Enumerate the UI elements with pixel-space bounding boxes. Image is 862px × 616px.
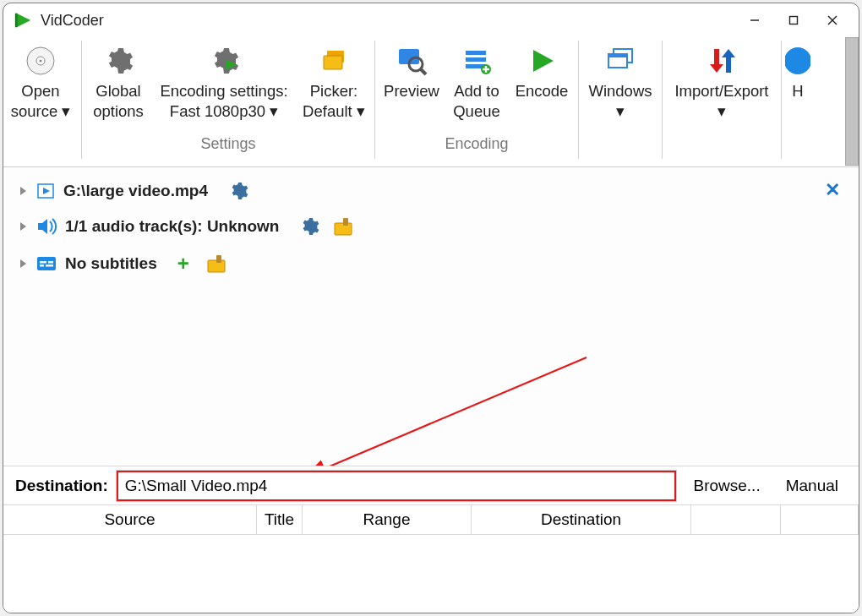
svg-marker-21 [533, 50, 554, 72]
svg-rect-37 [46, 264, 53, 267]
svg-rect-15 [466, 51, 486, 55]
gear-play-icon [209, 42, 239, 79]
svg-marker-30 [38, 219, 47, 234]
column-range[interactable]: Range [303, 505, 472, 534]
toolbar-label: H [792, 81, 803, 101]
preview-button[interactable]: Preview [379, 42, 445, 134]
app-icon [14, 11, 32, 30]
svg-line-14 [421, 69, 426, 74]
svg-rect-36 [40, 264, 44, 267]
separator [781, 41, 782, 159]
toolbar-label: Global options [93, 81, 144, 122]
subtitles-label: No subtitles [65, 254, 157, 273]
encode-button[interactable]: Encode [509, 42, 575, 134]
windows-icon [603, 42, 637, 79]
toolbar-label: Preview [384, 81, 439, 101]
toolbar-label: Encode [516, 81, 569, 101]
column-source[interactable]: Source [3, 505, 257, 534]
svg-rect-35 [48, 261, 53, 264]
app-window: VidCoder Open source ▾ [3, 3, 859, 613]
picker-button[interactable]: Picker: Default ▾ [297, 42, 371, 134]
svg-rect-39 [216, 255, 221, 263]
toolbar-label: Encoding settings: Fast 1080p30 ▾ [160, 81, 287, 122]
toolbar-group-label: Settings [200, 134, 255, 158]
windows-button[interactable]: Windows ▾ [582, 42, 658, 134]
separator [81, 41, 82, 159]
folder-stack-icon [319, 42, 349, 79]
svg-line-41 [308, 357, 586, 466]
close-source-button[interactable]: ✕ [825, 179, 840, 201]
audio-tracks-label: 1/1 audio track(s): Unknown [65, 217, 279, 236]
speaker-icon [36, 217, 57, 236]
add-icon[interactable]: + [177, 252, 189, 275]
destination-label: Destination: [15, 477, 108, 495]
expander-icon[interactable] [20, 222, 26, 231]
close-button[interactable] [813, 7, 852, 34]
svg-rect-11 [324, 56, 342, 69]
toolbar-group-label: Encoding [445, 134, 508, 158]
column-title[interactable]: Title [257, 505, 303, 534]
queue-columns-header: Source Title Range Destination [3, 504, 859, 535]
encoding-settings-button[interactable]: Encoding settings: Fast 1080p30 ▾ [151, 42, 297, 134]
svg-point-8 [39, 59, 41, 62]
folder-clip-icon[interactable] [333, 216, 355, 237]
play-icon [526, 42, 557, 79]
separator [578, 41, 579, 159]
toolbar-label: Windows ▾ [588, 81, 652, 122]
help-button[interactable]: H [785, 42, 810, 134]
svg-marker-25 [710, 64, 723, 73]
queue-empty-area [3, 535, 859, 613]
separator [374, 41, 375, 159]
maximize-button[interactable] [774, 7, 813, 34]
global-options-button[interactable]: Global options [85, 42, 151, 134]
gear-icon [103, 42, 134, 79]
folder-clip-icon[interactable] [206, 253, 228, 274]
svg-marker-26 [722, 49, 735, 57]
svg-rect-1 [15, 14, 18, 28]
svg-rect-16 [466, 57, 486, 62]
svg-marker-0 [17, 14, 30, 28]
video-file-icon [36, 182, 55, 200]
manual-button[interactable]: Manual [777, 475, 847, 497]
source-file-label: G:\large video.mp4 [63, 182, 208, 200]
expander-icon[interactable] [20, 187, 26, 195]
destination-bar: Destination: Browse... Manual [3, 466, 859, 504]
queue-add-icon [461, 42, 493, 79]
audio-tracks-row[interactable]: 1/1 audio track(s): Unknown [17, 211, 845, 247]
toolbar-label: Picker: Default ▾ [303, 81, 365, 122]
separator [662, 41, 663, 159]
import-export-button[interactable]: Import/Export ▾ [666, 42, 777, 134]
source-file-row[interactable]: G:\large video.mp4 [17, 176, 845, 211]
toolbar: Open source ▾ Global options [3, 37, 859, 167]
toolbar-scrollbar[interactable] [845, 37, 859, 166]
expander-icon[interactable] [20, 259, 26, 268]
column-destination[interactable]: Destination [472, 505, 691, 534]
column-blank[interactable] [691, 505, 781, 534]
title-bar: VidCoder [3, 3, 859, 37]
toolbar-label: Add to Queue [453, 81, 500, 122]
subtitle-icon [36, 255, 57, 272]
svg-rect-3 [790, 17, 798, 25]
toolbar-label: Open source ▾ [11, 81, 71, 122]
svg-rect-38 [208, 260, 225, 272]
add-to-queue-button[interactable]: Add to Queue [445, 42, 509, 134]
toolbar-label: Import/Export ▾ [674, 81, 768, 122]
destination-input-highlight [117, 471, 677, 501]
svg-rect-34 [40, 261, 46, 264]
gear-icon[interactable] [228, 181, 248, 201]
column-blank[interactable] [781, 505, 859, 534]
browse-button[interactable]: Browse... [685, 475, 768, 497]
subtitles-row[interactable]: No subtitles + [17, 247, 845, 286]
svg-rect-31 [335, 223, 352, 235]
svg-rect-33 [37, 257, 56, 270]
gear-icon[interactable] [299, 216, 319, 237]
help-icon [785, 42, 810, 79]
annotation-arrow [282, 349, 603, 466]
minimize-button[interactable] [735, 7, 774, 34]
preview-icon [396, 42, 428, 79]
destination-input[interactable] [122, 475, 672, 497]
disc-icon [25, 42, 57, 79]
svg-point-27 [785, 47, 810, 74]
open-source-button[interactable]: Open source ▾ [3, 42, 78, 134]
import-export-icon [705, 42, 739, 79]
